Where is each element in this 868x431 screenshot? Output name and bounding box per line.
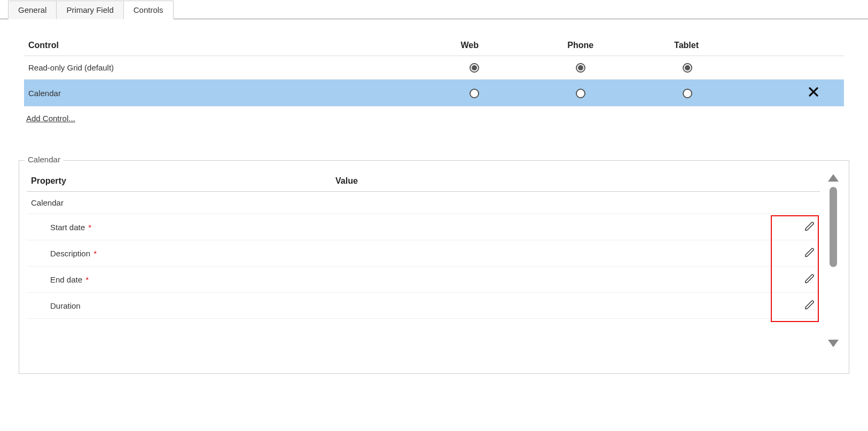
radio-phone[interactable]	[576, 89, 585, 98]
control-name: Calendar	[24, 80, 457, 107]
scroll-track[interactable]	[830, 187, 837, 334]
col-header-web: Web	[457, 35, 564, 56]
scroll-up-button[interactable]	[828, 174, 839, 182]
pencil-icon	[804, 273, 815, 284]
remove-control-button[interactable]	[809, 86, 818, 99]
edit-property-button[interactable]	[804, 221, 816, 232]
required-indicator: *	[93, 249, 97, 258]
property-group-label: Calendar	[27, 192, 820, 214]
radio-web[interactable]	[470, 89, 479, 98]
radio-web[interactable]	[470, 63, 479, 73]
col-header-phone: Phone	[563, 35, 670, 56]
tab-content: Control Web Phone Tablet Read-only Grid …	[0, 19, 868, 128]
tab-bar: General Primary Field Controls	[0, 0, 868, 19]
pencil-icon	[804, 247, 815, 258]
table-row[interactable]: Read-only Grid (default)	[24, 56, 844, 80]
control-name: Read-only Grid (default)	[24, 56, 457, 80]
tab-general[interactable]: General	[8, 1, 57, 19]
scroll-down-button[interactable]	[828, 340, 839, 347]
properties-table: Property Value Calendar Start date *	[27, 170, 820, 319]
property-label: Description	[50, 249, 90, 258]
radio-phone[interactable]	[576, 63, 585, 73]
pencil-icon	[804, 300, 815, 310]
scrollbar	[825, 170, 841, 351]
col-header-actions	[777, 35, 844, 56]
required-indicator: *	[85, 275, 89, 284]
close-icon	[809, 87, 818, 97]
col-header-property: Property	[27, 170, 331, 192]
tab-primary-field[interactable]: Primary Field	[56, 1, 123, 19]
property-row: Start date *	[27, 214, 820, 240]
property-row: Duration	[27, 293, 820, 319]
property-group-row: Calendar	[27, 192, 820, 214]
properties-fieldset: Calendar Property Value Calendar	[19, 160, 849, 374]
fieldset-legend: Calendar	[25, 155, 64, 164]
pencil-icon	[804, 221, 815, 232]
col-header-tablet: Tablet	[670, 35, 777, 56]
property-row: End date *	[27, 267, 820, 293]
add-control-link[interactable]: Add Control...	[24, 114, 75, 123]
col-header-control: Control	[24, 35, 457, 56]
radio-tablet[interactable]	[683, 89, 692, 98]
required-indicator: *	[88, 223, 91, 232]
col-header-value: Value	[331, 170, 777, 192]
property-label: Start date	[50, 223, 85, 232]
edit-property-button[interactable]	[804, 247, 816, 258]
property-label: End date	[50, 275, 82, 284]
controls-table: Control Web Phone Tablet Read-only Grid …	[24, 35, 844, 106]
property-row: Description *	[27, 240, 820, 267]
tab-controls[interactable]: Controls	[123, 1, 174, 19]
property-label: Duration	[50, 301, 81, 310]
scroll-thumb[interactable]	[830, 187, 837, 267]
edit-property-button[interactable]	[804, 273, 816, 285]
edit-property-button[interactable]	[804, 299, 816, 311]
table-row[interactable]: Calendar	[24, 80, 844, 107]
col-header-edit	[777, 170, 820, 192]
radio-tablet[interactable]	[683, 63, 692, 73]
